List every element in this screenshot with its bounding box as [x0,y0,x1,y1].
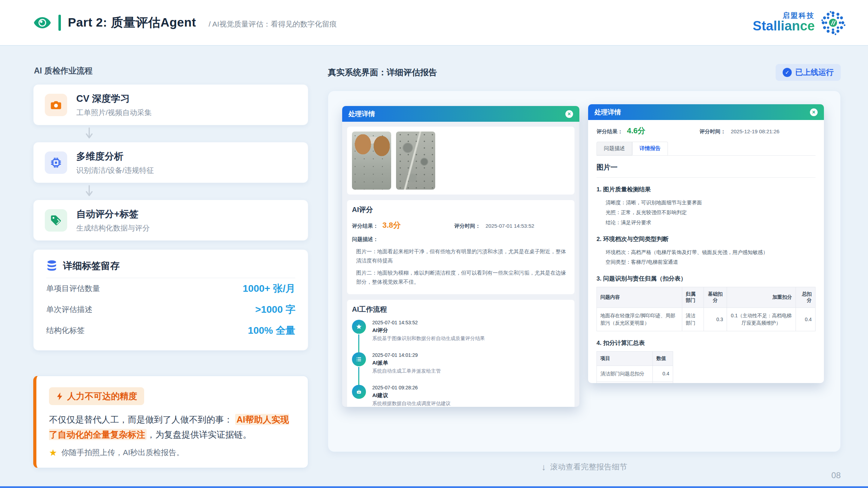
right-column: 真实系统界面：详细评估报告 ✓ 已上线运行 处理详情 × [328,64,841,472]
inspection-photo-2[interactable] [396,132,435,190]
event-description: 系统基于图像识别和数据分析自动生成质量评分结果 [372,335,570,342]
stat-row: 单项目评估数量 1000+ 张/月 [46,278,295,299]
step-text: CV 深度学习 工单照片/视频自动采集 [76,92,152,118]
database-icon [46,260,57,272]
inspection-photo-1[interactable] [352,132,391,190]
precision-badge-label: 人力不可达的精度 [67,390,137,402]
close-icon[interactable]: × [810,108,818,116]
stat-value: 100% 全量 [248,324,295,337]
label-retention-card: 详细标签留存 单项目评估数量 1000+ 张/月 单次评估描述 >1000 字 … [33,249,308,351]
photos-panel [347,127,574,195]
table-header-row: 项目 数值 [597,352,673,366]
step-description: 生成结构化数据与评分 [76,223,150,233]
step-title: 多维度分析 [76,150,154,163]
workflow-step-scoring: 自动评分+标签 生成结构化数据与评分 [33,200,308,241]
modal-body: AI评分 评分结果： 3.8分 评分时间： 2025-07-01 14:53:5… [342,122,579,407]
event-time: 2025-07-01 14:53:52 [372,320,570,325]
precision-highlight-card: 人力不可达的精度 不仅仅是替代人工，而是做到了人做不到的事： AI帮助人实现了自… [33,376,308,468]
section-title-3: 3. 问题识别与责任归属（扣分表） [597,275,816,283]
score-time-value: 2025-07-01 14:53:52 [486,223,534,229]
column-header: 数值 [653,352,673,366]
section-title-2: 2. 环境档次与空间类型判断 [597,235,816,243]
star-icon: ★ [49,448,57,457]
status-badge: ✓ 已上线运行 [776,64,841,81]
ai-workflow-title: AI工作流程 [352,305,570,314]
flow-arrow [33,183,308,200]
section-line: 光照：正常，反光较强但不影响判定 [606,207,816,217]
robot-icon [352,385,366,399]
problem-description-1: 图片一：地面看起来相对干净，但有些地方有明显的污渍和水渍，尤其是在桌子附近，整体… [356,247,570,266]
step-title: 自动评分+标签 [76,208,150,220]
precision-paragraph: 不仅仅是替代人工，而是做到了人做不到的事： AI帮助人实现了自动化的全量复杂标注… [49,412,295,442]
close-icon[interactable]: × [565,110,573,118]
stat-label: 单次评估描述 [46,304,92,315]
camera-icon [45,94,67,116]
section-title-4: 4. 扣分计算汇总表 [597,339,816,347]
step-text: 多维度分析 识别清洁/设备/违规特征 [76,150,154,175]
scroll-hint: ↓ 滚动查看完整报告细节 [328,462,841,472]
timeline-event: 2025-07-01 14:53:52 AI评分 系统基于图像识别和数据分析自动… [352,320,570,352]
arrow-down-icon [85,127,93,140]
score-result-value: 3.8分 [382,220,401,231]
column-header: 基础扣分 [704,287,727,308]
image-heading: 图片一 [597,163,816,178]
precision-footnote: ★ 你随手拍照上传，AI秒出质检报告。 [49,447,295,458]
logo-english-name: Stalliance [753,19,815,33]
summary-table: 项目 数值 清洁部门问题总扣分 0.4 图片一得分（5-总扣分） 4.6 [597,351,673,383]
table-cell: 4.6 [653,382,673,383]
table-cell: 清洁部门 [682,308,704,331]
star-icon [352,320,366,334]
event-description: 系统根据数据自动生成调度评估建议 [372,401,570,407]
event-title: AI建议 [372,392,570,399]
table-header-row: 问题内容 归属部门 基础扣分 加重扣分 总扣分 [597,287,816,308]
status-badge-label: 已上线运行 [795,67,834,78]
ai-score-title: AI评分 [352,205,570,214]
tab-problem-description[interactable]: 问题描述 [597,142,632,155]
modal-header: 处理详情 × [342,106,579,122]
problem-description-2: 图片二：地面较为模糊，难以判断清洁程度，但可以看到有一些灰尘和污垢，尤其是在边缘… [356,268,570,287]
table-cell: 0.4 [653,366,673,382]
report-showcase-stage: 处理详情 × AI评分 [328,91,841,452]
column-header: 归属部门 [682,287,704,308]
logo-chinese-name: 启盟科技 [783,12,815,19]
chip-icon [45,151,67,174]
table-cell: 图片一得分（5-总扣分） [597,382,653,383]
processing-detail-modal-right: 处理详情 × 评分结果： 4.6分 评分时间： 2025-12-19 08:21… [588,104,824,383]
logo-text: 启盟科技 Stalliance [753,12,815,33]
step-text: 自动评分+标签 生成结构化数据与评分 [76,208,150,233]
main-content: AI 质检作业流程 CV 深度学习 工单照片/视频自动采集 [0,46,868,472]
page-subtitle: / AI视觉质量评估：看得见的数字化留痕 [209,16,337,29]
column-header: 总扣分 [796,287,815,308]
top-bar: Part 2: 质量评估Agent / AI视觉质量评估：看得见的数字化留痕 启… [0,0,868,46]
workflow-step-cv: CV 深度学习 工单照片/视频自动采集 [33,84,308,125]
tag-icon [45,209,67,232]
photo-thumbnails [352,132,570,190]
deduction-table: 问题内容 归属部门 基础扣分 加重扣分 总扣分 地面存在轻微浮尘/脚印印迹、局部… [597,287,816,331]
score-result-label: 评分结果： [597,128,623,135]
retention-card-title: 详细标签留存 [63,260,120,272]
event-description: 系统自动生成工单并派发给主管 [372,368,570,374]
event-time: 2025-07-01 09:28:26 [372,385,570,390]
stat-row: 单次评估描述 >1000 字 [46,299,295,320]
table-cell: 0.1（主动性不足：高档电梯厅应更高频维护） [727,308,796,331]
stat-value: 1000+ 张/月 [243,282,295,295]
page-number: 08 [831,471,841,480]
event-time: 2025-07-01 14:01:29 [372,352,570,358]
section-title-1: 1. 图片质量检测结果 [597,185,816,193]
flow-arrow [33,125,308,142]
timeline-event: 2025-07-01 09:28:26 AI建议 系统根据数据自动生成调度评估建… [352,385,570,407]
problem-description-label: 问题描述： [352,236,570,243]
scroll-hint-text: 滚动查看完整报告细节 [550,462,627,472]
step-title: CV 深度学习 [76,92,152,105]
check-circle-icon: ✓ [783,68,792,77]
stat-row: 结构化标签 100% 全量 [46,320,295,341]
stat-label: 结构化标签 [46,325,85,336]
company-logo: 启盟科技 Stalliance [753,9,846,36]
retention-card-header: 详细标签留存 [46,260,295,278]
score-result: 评分结果： 3.8分 [352,220,454,231]
slide: Part 2: 质量评估Agent / AI视觉质量评估：看得见的数字化留痕 启… [0,0,868,488]
score-result-label: 评分结果： [352,223,378,229]
tab-detail-report[interactable]: 详情报告 [632,142,668,155]
arrow-down-icon: ↓ [542,462,546,472]
report-header-row: 真实系统界面：详细评估报告 ✓ 已上线运行 [328,64,841,81]
